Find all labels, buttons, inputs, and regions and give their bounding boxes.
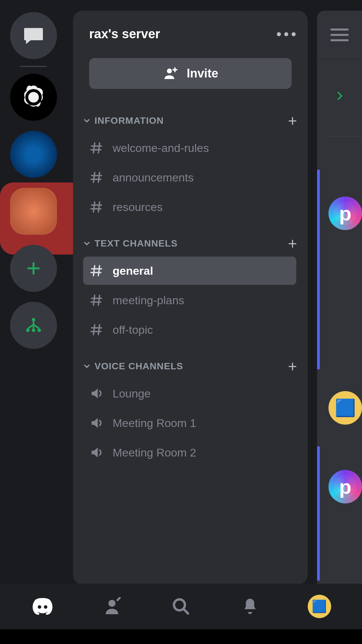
discover-hub-button[interactable]	[10, 302, 57, 349]
server-openai[interactable]	[10, 74, 57, 121]
nav-friends[interactable]	[95, 593, 129, 620]
channel-name: general	[113, 264, 153, 277]
channel-name: off-topic	[113, 323, 153, 336]
arrow-right-icon[interactable]	[333, 89, 347, 103]
hash-icon	[89, 200, 104, 214]
category-title: TEXT CHANNELS	[95, 238, 178, 249]
category: INFORMATION +welcome-and-rulesannounceme…	[73, 102, 308, 225]
voice-channel[interactable]: Meeting Room 2	[83, 438, 296, 467]
speaker-icon	[89, 445, 104, 460]
svg-point-2	[32, 328, 36, 332]
plus-icon	[24, 259, 43, 277]
chevron-down-icon	[82, 362, 91, 371]
hub-icon	[24, 316, 43, 335]
hash-icon	[89, 293, 104, 308]
chevron-down-icon	[82, 116, 91, 125]
voice-channel[interactable]: Lounge	[83, 379, 296, 408]
svg-point-6	[174, 599, 185, 610]
friend-wave-icon	[102, 597, 122, 616]
bottom-navigation: 🟦	[0, 584, 362, 629]
system-bar	[0, 629, 362, 644]
channel-name: Lounge	[113, 387, 150, 400]
bell-icon	[242, 597, 258, 616]
server-nebula[interactable]	[10, 188, 57, 235]
hash-icon	[89, 141, 104, 155]
hash-icon	[89, 322, 104, 337]
search-icon	[172, 597, 190, 616]
invite-icon	[163, 66, 179, 81]
svg-point-1	[26, 328, 30, 332]
speaker-icon	[89, 386, 104, 401]
nav-notifications[interactable]	[233, 593, 267, 620]
text-channel[interactable]: meeting-plans	[83, 286, 296, 314]
right-panel-edge: p 🟦 p	[317, 11, 362, 584]
category-header[interactable]: INFORMATION +	[80, 109, 300, 132]
add-server-button[interactable]	[10, 245, 57, 292]
unread-indicator	[317, 170, 320, 369]
channel-name: Meeting Room 1	[113, 417, 196, 430]
rail-divider	[20, 66, 47, 67]
hamburger-icon[interactable]	[330, 29, 349, 41]
unread-indicator	[317, 446, 320, 581]
server-name: rax's server	[89, 27, 160, 41]
channel-name: meeting-plans	[113, 294, 184, 307]
nav-search[interactable]	[164, 593, 198, 620]
member-avatar[interactable]: p	[328, 197, 362, 230]
category: VOICE CHANNELS +LoungeMeeting Room 1Meet…	[73, 348, 308, 471]
add-channel-icon[interactable]: +	[288, 234, 297, 253]
category-header[interactable]: TEXT CHANNELS +	[80, 232, 300, 255]
speaker-icon	[89, 416, 104, 430]
channel-name: Meeting Room 2	[113, 446, 196, 459]
server-options-icon[interactable]	[277, 32, 296, 36]
text-channel[interactable]: welcome-and-rules	[83, 134, 296, 162]
channel-panel: rax's server Invite INFORMATION +welcome…	[73, 11, 308, 584]
server-header[interactable]: rax's server	[73, 11, 308, 51]
nav-home[interactable]	[26, 593, 59, 620]
voice-channel[interactable]: Meeting Room 1	[83, 409, 296, 437]
user-avatar: 🟦	[308, 595, 331, 618]
hash-icon	[89, 263, 104, 278]
right-divider	[328, 136, 362, 137]
text-channel[interactable]: general	[83, 257, 296, 285]
category-title: VOICE CHANNELS	[95, 361, 183, 372]
invite-label: Invite	[187, 66, 218, 80]
chat-icon	[22, 26, 45, 45]
text-channel[interactable]: off-topic	[83, 316, 296, 344]
nav-profile[interactable]: 🟦	[303, 593, 336, 620]
member-avatar[interactable]: p	[328, 470, 362, 503]
svg-point-3	[38, 328, 41, 332]
server-galaxy[interactable]	[10, 131, 57, 178]
svg-point-5	[108, 600, 115, 607]
svg-point-0	[32, 318, 36, 322]
chevron-down-icon	[82, 239, 91, 248]
add-channel-icon[interactable]: +	[288, 357, 297, 375]
direct-messages-button[interactable]	[10, 12, 57, 59]
category-header[interactable]: VOICE CHANNELS +	[80, 355, 300, 378]
category: TEXT CHANNELS +generalmeeting-plansoff-t…	[73, 225, 308, 348]
text-channel[interactable]: announcements	[83, 163, 296, 192]
member-avatar[interactable]: 🟦	[328, 391, 362, 425]
channel-name: announcements	[113, 171, 194, 184]
text-channel[interactable]: resources	[83, 193, 296, 221]
category-title: INFORMATION	[95, 115, 164, 126]
discord-icon	[32, 598, 53, 615]
openai-icon	[19, 83, 48, 111]
channel-name: welcome-and-rules	[113, 142, 209, 155]
add-channel-icon[interactable]: +	[288, 112, 297, 130]
invite-button[interactable]: Invite	[89, 58, 292, 89]
hash-icon	[89, 170, 104, 185]
server-rail	[0, 0, 67, 584]
channel-name: resources	[113, 201, 163, 214]
svg-point-4	[167, 68, 172, 73]
